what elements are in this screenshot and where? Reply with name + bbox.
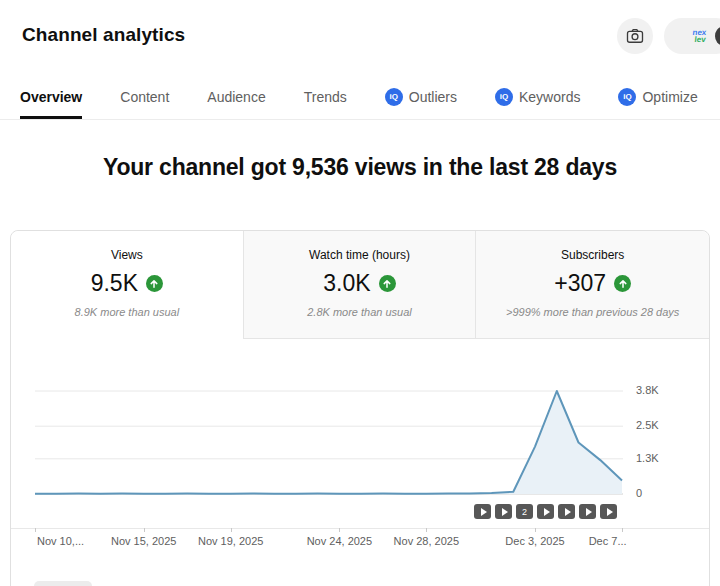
analytics-card: Views 9.5K 8.9K more than usual Watch ti… [10, 230, 710, 586]
metric-note: >999% more than previous 28 days [476, 306, 709, 318]
x-axis-label: Nov 19, 2025 [198, 535, 263, 547]
x-axis-label: Dec 3, 2025 [505, 535, 564, 547]
x-axis-label: Nov 24, 2025 [307, 535, 372, 547]
create-camera-button[interactable] [617, 18, 653, 54]
play-icon [481, 508, 487, 516]
trend-up-icon [379, 275, 396, 292]
video-marker-button[interactable] [495, 504, 512, 519]
tab-trends[interactable]: Trends [304, 74, 347, 119]
tab-outliers[interactable]: iQ Outliers [385, 74, 457, 119]
trend-up-icon [614, 275, 631, 292]
views-area [35, 391, 622, 494]
vidiq-badge-icon: iQ [618, 88, 636, 106]
vidiq-badge-icon: iQ [495, 88, 513, 106]
metric-note: 2.8K more than usual [244, 306, 476, 318]
summary-headline: Your channel got 9,536 views in the last… [0, 154, 720, 181]
metric-label: Watch time (hours) [244, 248, 476, 262]
x-axis-tick [231, 528, 232, 532]
metric-label: Subscribers [476, 248, 709, 262]
play-icon [502, 508, 508, 516]
tab-optimize[interactable]: iQ Optimize [618, 74, 697, 119]
x-axis-label: Nov 10,... [37, 535, 84, 547]
y-axis-label: 2.5K [636, 419, 676, 431]
channel-analytics-screen: Channel analytics nex lev Overview C [0, 0, 720, 586]
nexlev-extension-icon: nex lev [691, 29, 707, 43]
tab-overview[interactable]: Overview [20, 74, 82, 119]
video-marker-button[interactable] [474, 504, 491, 519]
metric-label: Views [11, 248, 243, 262]
tab-audience[interactable]: Audience [207, 74, 265, 119]
tab-content[interactable]: Content [120, 74, 169, 119]
y-axis-label: 1.3K [636, 452, 676, 464]
play-icon [565, 508, 571, 516]
video-count-badge: 2 [522, 507, 527, 517]
views-chart[interactable] [11, 353, 709, 500]
play-icon [544, 508, 550, 516]
metric-card-row: Views 9.5K 8.9K more than usual Watch ti… [11, 231, 709, 339]
metric-card-views[interactable]: Views 9.5K 8.9K more than usual [11, 231, 244, 339]
y-axis-label: 3.8K [636, 384, 676, 396]
video-marker-button[interactable] [558, 504, 575, 519]
x-axis-line [11, 528, 709, 529]
x-axis-label: Nov 15, 2025 [111, 535, 176, 547]
page-title: Channel analytics [22, 24, 185, 46]
metric-value: +307 [554, 270, 606, 297]
video-marker-button[interactable] [600, 504, 617, 519]
video-marker-button[interactable] [579, 504, 596, 519]
metric-card-watch-time[interactable]: Watch time (hours) 3.0K 2.8K more than u… [244, 231, 477, 339]
x-axis-tick [622, 528, 623, 532]
analytics-tab-bar: Overview Content Audience Trends iQ Outl… [0, 74, 720, 120]
play-icon [607, 508, 613, 516]
x-axis-tick [144, 528, 145, 532]
active-tab-underline [20, 116, 82, 119]
video-marker-count-button[interactable]: 2 [516, 504, 533, 519]
play-icon [586, 508, 592, 516]
x-axis-label: Dec 7... [589, 535, 627, 547]
camera-icon [625, 26, 645, 46]
video-marker-row: 2 [474, 504, 617, 519]
x-axis-tick [35, 528, 36, 532]
cutoff-element-bottom [34, 581, 92, 586]
video-marker-button[interactable] [537, 504, 554, 519]
tab-keywords[interactable]: iQ Keywords [495, 74, 580, 119]
x-axis-tick [535, 528, 536, 532]
metric-value: 9.5K [91, 270, 138, 297]
x-axis-tick [339, 528, 340, 532]
y-axis-label: 0 [636, 487, 676, 499]
x-axis-tick [426, 528, 427, 532]
trend-up-icon [146, 275, 163, 292]
metric-card-subscribers[interactable]: Subscribers +307 >999% more than previou… [476, 231, 709, 339]
metric-note: 8.9K more than usual [11, 306, 243, 318]
vidiq-badge-icon: iQ [385, 88, 403, 106]
extension-pill-button[interactable]: nex lev [664, 18, 720, 54]
metric-value: 3.0K [323, 270, 370, 297]
x-axis-label: Nov 28, 2025 [394, 535, 459, 547]
